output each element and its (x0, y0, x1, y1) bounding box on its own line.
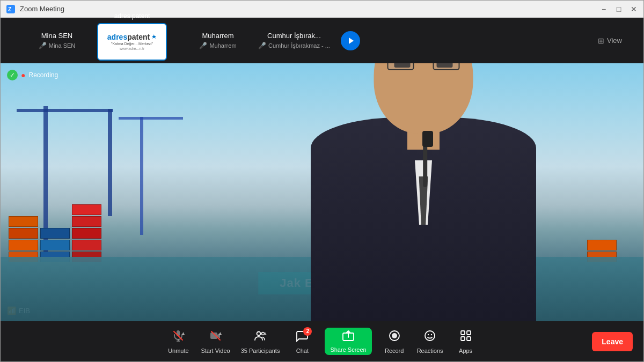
participant-name-bottom: 🎤 Cumhur İşbırakmaz - ... (258, 42, 330, 49)
right-glasses (433, 63, 460, 70)
svg-text:Z: Z (8, 6, 11, 12)
svg-point-12 (392, 333, 397, 338)
view-label: View (607, 36, 622, 45)
reactions-button[interactable]: Reactions (413, 326, 448, 357)
crane-v3 (140, 117, 143, 235)
participants-icon: ▲ (254, 329, 267, 345)
record-button[interactable]: Record (378, 326, 411, 357)
participants-button[interactable]: ▲ 35 Participants (237, 326, 284, 357)
participant-name-top: Cumhur İşbırak... (267, 32, 321, 40)
svg-point-9 (257, 331, 261, 335)
participant-name-top: Muharrem (202, 32, 233, 40)
svg-rect-20 (467, 337, 471, 341)
chat-icon: 2 (296, 329, 309, 345)
microphone-head (422, 131, 433, 147)
view-button[interactable]: ⊞ View (598, 36, 622, 45)
chevron-up-icon: ▲ (181, 330, 186, 336)
left-glasses (387, 63, 414, 70)
muted-mic-icon: 🎤 (39, 42, 47, 49)
crane-v2 (108, 109, 112, 216)
share-screen-inner: Share Screen (325, 328, 371, 355)
chat-badge: 2 (303, 327, 312, 336)
maximize-button[interactable]: □ (614, 5, 623, 13)
unmute-label: Unmute (168, 348, 189, 354)
start-video-button[interactable]: ▲ Start Video (196, 326, 234, 357)
zoom-window: Z Zoom Meeting − □ ✕ Mina SEN 🎤 Mina SEN… (0, 0, 644, 362)
svg-marker-2 (349, 38, 354, 44)
toolbar-buttons: ▲ Unmute ▲ Start Video (162, 324, 481, 358)
container-6 (40, 240, 70, 250)
view-icon: ⊞ (598, 36, 604, 45)
security-icon: ✓ (7, 70, 18, 80)
unmute-button[interactable]: ▲ Unmute (162, 326, 194, 357)
speaker-figure (236, 63, 611, 321)
participants-label: 35 Participants (241, 348, 280, 354)
leave-button[interactable]: Leave (592, 332, 633, 351)
record-icon (388, 329, 401, 345)
svg-point-14 (425, 331, 435, 341)
record-label: Record (385, 348, 404, 354)
container-11 (72, 216, 101, 227)
svg-point-16 (431, 334, 432, 335)
chat-label: Chat (296, 348, 309, 354)
apps-icon (459, 329, 472, 345)
minimize-button[interactable]: − (599, 5, 608, 13)
zoom-app-icon: Z (6, 4, 16, 14)
container-4 (9, 216, 38, 227)
participant-muharrem[interactable]: Muharrem 🎤 Muharrem (183, 32, 253, 49)
share-screen-label: Share Screen (330, 346, 366, 353)
container-2 (9, 240, 38, 250)
participant-cumhur[interactable]: Cumhur İşbırak... 🎤 Cumhur İşbırakmaz - … (258, 32, 330, 49)
crane-h1 (17, 109, 113, 112)
participant-name-top: Mina SEN (41, 32, 73, 40)
window-controls[interactable]: − □ ✕ (599, 5, 638, 13)
chevron-up-icon: ▲ (218, 330, 223, 336)
container-10 (72, 228, 101, 239)
crane-h2 (119, 117, 183, 120)
logo-tile: adrespatent "Katma Değer... Merkezi" www… (97, 23, 167, 61)
main-video-area: ✓ ● Recording 📶 EIB Jak ESKİNAZİ (1, 63, 643, 321)
close-button[interactable]: ✕ (630, 5, 638, 13)
microphone-stand (423, 144, 427, 187)
share-icon (342, 330, 355, 345)
container-7 (40, 228, 70, 239)
apps-button[interactable]: Apps (450, 326, 482, 357)
video-icon: ▲ (209, 329, 222, 345)
muted-mic-icon: 🎤 (258, 42, 266, 49)
svg-rect-17 (461, 331, 465, 335)
share-screen-button[interactable]: Share Screen (320, 324, 376, 358)
participant-name-bottom: 🎤 Muharrem (199, 42, 236, 49)
participant-ali-yuksel[interactable]: adres patent adrespatent "Katma Değer...… (97, 12, 167, 69)
logo-brand: adrespatent (107, 33, 157, 41)
next-speaker-button[interactable] (341, 31, 360, 50)
container-3 (9, 228, 38, 239)
container-12 (72, 204, 101, 215)
participants-bar: Mina SEN 🎤 Mina SEN adres patent adrespa… (1, 18, 643, 63)
toolbar: ▲ Unmute ▲ Start Video (1, 321, 643, 361)
participant-name-bottom: 🎤 Mina SEN (39, 42, 76, 49)
mic-icon: ▲ (172, 329, 185, 345)
chat-button[interactable]: 2 Chat (286, 326, 318, 357)
apps-label: Apps (459, 348, 472, 354)
rec-dot: ● (21, 71, 25, 79)
svg-rect-19 (461, 337, 465, 341)
reactions-icon (423, 329, 436, 345)
svg-rect-18 (467, 331, 471, 335)
container-9 (72, 240, 101, 250)
svg-point-15 (428, 334, 429, 335)
participant-mina-sen[interactable]: Mina SEN 🎤 Mina SEN (22, 32, 92, 49)
recording-text: Recording (28, 71, 58, 79)
muted-mic-icon: 🎤 (199, 42, 207, 49)
reactions-label: Reactions (417, 348, 443, 354)
recording-badge: ✓ ● Recording (7, 70, 58, 80)
start-video-label: Start Video (201, 348, 230, 354)
chevron-up-icon: ▲ (262, 330, 268, 336)
